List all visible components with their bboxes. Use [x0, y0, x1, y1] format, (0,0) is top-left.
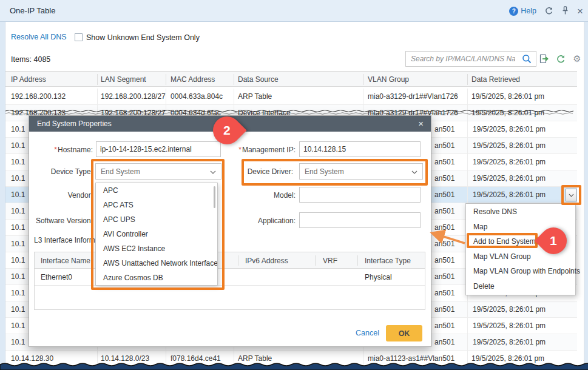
dropdown-option[interactable]: APC	[96, 183, 217, 198]
cell-ip-address: 10.1	[11, 240, 25, 248]
cell-vlan-group: an501	[434, 125, 455, 133]
device-driver-value: End System	[305, 167, 344, 176]
cell-data-retrieved: 19/5/2025, 8:26:01 pm	[473, 141, 546, 150]
cell-ip-address: 10.1	[11, 223, 25, 232]
column-header-mac[interactable]: MAC Address	[171, 75, 215, 84]
device-type-label: Device Type:	[34, 167, 93, 176]
dropdown-scrollbar[interactable]	[214, 186, 215, 208]
device-driver-dropdown[interactable]: End System	[299, 163, 423, 180]
cell-ip-address: 10.1	[11, 321, 25, 330]
column-header-ip[interactable]: IP Address	[11, 75, 46, 84]
cell-interface-name: Ethernet0	[41, 273, 72, 281]
hostname-label: *Hostname:	[34, 146, 93, 154]
table-row[interactable]: 10.14.128.30 10.14.128.0/23 f078.16d4.ce…	[5, 351, 577, 367]
cell-data-source: ARP Table	[238, 354, 272, 363]
cell-vlan-group: mia0-a1123-as1##Vlan501	[368, 354, 455, 363]
cell-data-source: ARP Table	[238, 92, 272, 101]
vendor-label: Vendor:	[34, 191, 93, 200]
cell-lan-segment: 192.168.200.128/27	[101, 92, 166, 101]
search-input[interactable]	[406, 55, 518, 63]
column-header-lan[interactable]: LAN Segment	[101, 75, 146, 84]
chevron-down-icon	[411, 170, 417, 174]
management-ip-field[interactable]: 10.14.128.15	[299, 141, 421, 157]
cancel-button[interactable]: Cancel	[356, 329, 379, 337]
window-titlebar: One-IP Table ? Help ×	[0, 0, 588, 22]
ih-ipv6-address: IPv6 Address	[245, 257, 288, 265]
row-actions-dropdown-button[interactable]	[566, 189, 577, 201]
column-header-vlan[interactable]: VLAN Group	[368, 75, 409, 84]
cell-ip-address: 10.1	[11, 305, 25, 314]
cell-vlan-group: an501	[434, 338, 455, 346]
dropdown-option[interactable]: APC ATS	[96, 198, 217, 212]
cell-data-retrieved: 19/5/2025, 8:26:01 pm	[471, 92, 544, 101]
window-frame-right	[584, 22, 588, 370]
close-icon[interactable]: ×	[577, 7, 583, 16]
cell-data-retrieved: 19/5/2025, 8:26:01 pm	[471, 109, 544, 117]
table-row[interactable]: 192.168.200.132 192.168.200.128/27 0004.…	[5, 89, 577, 105]
cell-ip-address: 10.1	[11, 174, 25, 183]
cell-ip-address: 10.1	[11, 338, 25, 346]
cell-ip-address: 10.1	[11, 190, 25, 199]
cell-ip-address: 10.14.128.30	[11, 354, 53, 363]
cell-data-retrieved: 19/5/2025, 8:26:01 pm	[473, 174, 546, 183]
l3-interface-table: Interface Name IPv6 Address VRF Interfac…	[34, 252, 425, 310]
cell-vlan-group: an501	[434, 305, 455, 314]
device-type-value: End System	[101, 167, 140, 176]
show-unknown-checkbox[interactable]	[75, 33, 83, 41]
cell-vlan-group: an501	[434, 289, 455, 297]
cell-data-retrieved: 19/5/2025, 8:26:01 pm	[473, 321, 546, 330]
cell-data-retrieved: 19/5/2025, 8:26:01 pm	[473, 190, 546, 199]
cell-ip-address: 10.1	[11, 141, 25, 150]
application-label: Application:	[211, 217, 296, 225]
device-driver-label: Device Driver:	[232, 167, 293, 176]
ok-button[interactable]: OK	[386, 325, 422, 341]
column-header-date[interactable]: Data Retrieved	[471, 75, 520, 84]
dropdown-option[interactable]: APC UPS	[96, 212, 217, 227]
cell-interface-type: Physical	[365, 273, 392, 281]
device-type-options-list: APCAPC ATSAPC UPSAVI ControllerAWS EC2 I…	[95, 183, 218, 286]
column-header-source[interactable]: Data Source	[238, 75, 279, 84]
cell-ip-address: 10.1	[11, 289, 25, 297]
context-menu-item[interactable]: Map VLAN Group with Endpoints	[466, 264, 575, 279]
reload-icon[interactable]	[544, 6, 553, 16]
dropdown-option[interactable]: AVI Controller	[96, 227, 217, 241]
cell-vlan-group: an501	[434, 190, 455, 199]
resolve-all-dns-link[interactable]: Resolve All DNS	[11, 33, 67, 41]
cell-vlan-group: an501	[434, 207, 455, 215]
cell-vlan-group: mia0-a3129-dr1##Vlan1726	[368, 92, 458, 101]
cell-ip-address: 192.168.200.132	[11, 92, 66, 101]
table-header: IP Address LAN Segment MAC Address Data …	[5, 71, 577, 87]
dropdown-option[interactable]: AWS EC2 Instance	[96, 241, 217, 256]
context-menu-item[interactable]: Resolve DNS	[466, 204, 575, 220]
pin-icon[interactable]	[561, 6, 569, 16]
export-icon[interactable]	[539, 53, 550, 64]
help-button[interactable]: ? Help	[509, 7, 536, 16]
window-frame-left	[0, 22, 5, 370]
l3-interface-row[interactable]: Ethernet0 Physical	[35, 269, 425, 286]
dialog-close-icon[interactable]: ×	[418, 118, 424, 129]
cell-ip-address: 10.1	[11, 207, 25, 215]
ih-vrf: VRF	[323, 257, 337, 265]
settings-gear-icon[interactable]: ⚙	[572, 53, 583, 64]
hostname-field[interactable]: ip-10-14-128-15.ec2.internal	[96, 141, 221, 157]
cell-data-retrieved: 19/5/2025, 8:26:01 pm	[473, 158, 546, 166]
context-menu-item[interactable]: Delete	[466, 279, 575, 294]
model-label: Model:	[211, 191, 296, 200]
cell-ip-address: 10.1	[11, 125, 25, 133]
ih-interface-name: Interface Name	[41, 257, 90, 265]
dropdown-option[interactable]: Azure Cosmos DB	[96, 271, 217, 285]
dropdown-option[interactable]: AWS Unattached Network Interface	[96, 256, 217, 271]
show-unknown-label: Show Unknown End System Only	[86, 33, 200, 42]
refresh-icon[interactable]	[555, 53, 566, 64]
application-field[interactable]	[299, 212, 421, 228]
model-field[interactable]	[299, 187, 421, 203]
device-type-dropdown[interactable]: End System	[95, 163, 221, 180]
search-icon[interactable]	[518, 54, 536, 64]
search-box	[405, 51, 536, 67]
cell-ip-address: 10.1	[11, 272, 25, 281]
cell-vlan-group: an501	[434, 223, 455, 232]
cell-data-retrieved: 19/5/2025, 8:26:01 pm	[473, 338, 546, 346]
help-label: Help	[521, 7, 536, 15]
cell-mac-address: f078.16d4.ce41	[171, 354, 221, 363]
items-count: Items: 4085	[11, 55, 50, 64]
